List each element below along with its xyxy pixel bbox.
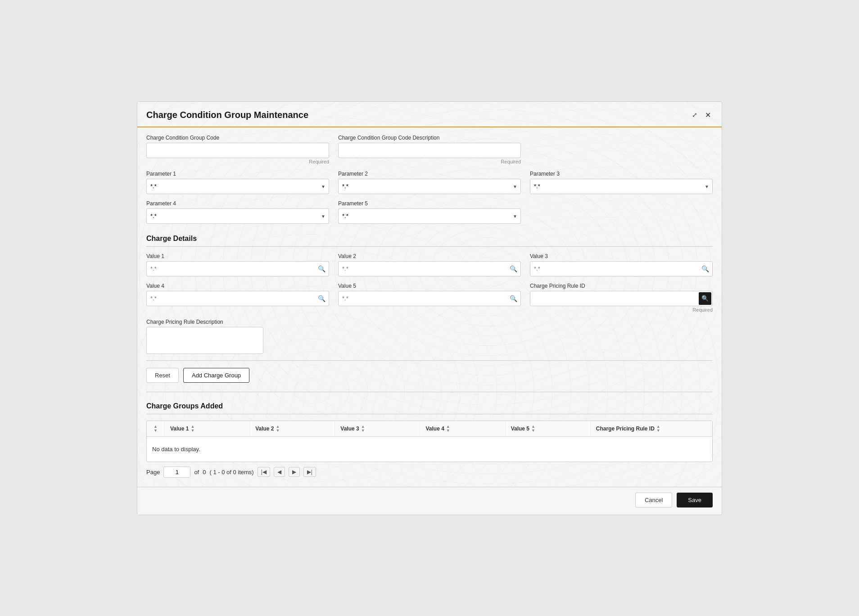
value3-sort-icon: ▲▼ [361,425,365,433]
value5-search-icon[interactable]: 🔍 [510,295,517,302]
expand-icon: ⤢ [692,111,697,118]
modal-body: Charge Condition Group Code Required Cha… [137,127,722,487]
reset-button[interactable]: Reset [146,368,179,383]
prev-page-button[interactable]: ◀ [274,467,285,477]
close-button[interactable]: ✕ [703,109,713,121]
next-page-button[interactable]: ▶ [289,467,300,477]
modal-footer: Cancel Save [137,487,722,515]
first-page-button[interactable]: |◀ [258,467,270,477]
param5-field: Parameter 5 *.* ▼ [338,200,521,224]
value2-field: Value 2 🔍 [338,253,521,276]
charge-condition-modal: Charge Condition Group Maintenance ⤢ ✕ C… [137,101,722,515]
add-charge-group-button[interactable]: Add Charge Group [183,368,249,383]
value2-label: Value 2 [338,253,521,259]
value1-search-wrapper: 🔍 [146,261,329,276]
value3-input[interactable] [530,261,713,276]
page-input[interactable] [163,467,190,478]
close-icon: ✕ [705,111,711,119]
value3-search-icon[interactable]: 🔍 [701,265,709,272]
value1-sort-icon: ▲▼ [190,425,194,433]
param2-label: Parameter 2 [338,171,521,177]
value5-label: Value 5 [338,283,521,289]
pricing-desc-input[interactable] [146,327,263,354]
value1-input[interactable] [146,261,329,276]
charge-pricing-rule-input[interactable] [530,291,713,306]
value3-search-wrapper: 🔍 [530,261,713,276]
form-row-values-45-pricing: Value 4 🔍 Value 5 🔍 Charge Pricing Rule … [146,283,713,313]
cancel-button[interactable]: Cancel [635,493,672,507]
sort-arrows-icon: ▲▼ [154,425,158,433]
value2-input[interactable] [338,261,521,276]
value5-sort-icon: ▲▼ [531,425,535,433]
no-data-message: No data to display. [152,442,707,456]
value4-input[interactable] [146,291,329,306]
table-body: No data to display. [147,437,712,462]
charge-groups-added-title: Charge Groups Added [146,398,713,414]
charge-pricing-rule-field: Charge Pricing Rule ID 🔍 Required [530,283,713,313]
param3-label: Parameter 3 [530,171,713,177]
group-code-desc-input[interactable] [338,143,521,158]
charge-pricing-search-wrapper: 🔍 [530,291,713,306]
value4-search-icon[interactable]: 🔍 [318,295,326,302]
group-code-desc-required: Required [338,159,521,164]
param4-select-wrapper: *.* ▼ [146,208,329,224]
th-sort[interactable]: ▲▼ [147,421,165,436]
charge-pricing-search-icon[interactable]: 🔍 [699,292,711,305]
value2-search-icon[interactable]: 🔍 [510,265,517,272]
value4-search-wrapper: 🔍 [146,291,329,306]
group-code-label: Charge Condition Group Code [146,135,329,141]
total-pages: 0 [203,469,206,476]
param2-select-wrapper: *.* ▼ [338,179,521,194]
form-row-group-code: Charge Condition Group Code Required Cha… [146,135,713,164]
value1-field: Value 1 🔍 [146,253,329,276]
th-value5[interactable]: Value 5 ▲▼ [506,421,591,436]
value4-field: Value 4 🔍 [146,283,329,306]
param2-select[interactable]: *.* [338,179,521,194]
expand-button[interactable]: ⤢ [690,109,699,121]
value1-label: Value 1 [146,253,329,259]
value3-field: Value 3 🔍 [530,253,713,276]
charge-pricing-sort-icon: ▲▼ [656,425,660,433]
value5-input[interactable] [338,291,521,306]
value4-label: Value 4 [146,283,329,289]
pagination-row: Page of 0 ( 1 - 0 of 0 items) |◀ ◀ ▶ ▶| [146,462,713,480]
param5-label: Parameter 5 [338,200,521,207]
group-code-required: Required [146,159,329,164]
param4-select[interactable]: *.* [146,208,329,224]
value4-sort-icon: ▲▼ [446,425,450,433]
form-row-pricing-desc: Charge Pricing Rule Description [146,319,713,354]
th-value2[interactable]: Value 2 ▲▼ [250,421,335,436]
page-label: Page [146,469,160,476]
param2-field: Parameter 2 *.* ▼ [338,171,521,194]
group-code-desc-field: Charge Condition Group Code Description … [338,135,521,164]
group-code-input[interactable] [146,143,329,158]
th-value1[interactable]: Value 1 ▲▼ [165,421,250,436]
form-row-params-45: Parameter 4 *.* ▼ Parameter 5 *.* ▼ [146,200,713,224]
param1-label: Parameter 1 [146,171,329,177]
value1-search-icon[interactable]: 🔍 [318,265,326,272]
modal-title: Charge Condition Group Maintenance [146,110,308,120]
last-page-button[interactable]: ▶| [303,467,316,477]
divider-1 [146,360,713,361]
header-actions: ⤢ ✕ [690,109,713,121]
th-value3[interactable]: Value 3 ▲▼ [335,421,420,436]
value3-label: Value 3 [530,253,713,259]
param4-label: Parameter 4 [146,200,329,207]
param1-select[interactable]: *.* [146,179,329,194]
param3-select[interactable]: *.* [530,179,713,194]
charge-details-title: Charge Details [146,230,713,247]
save-button[interactable]: Save [677,493,713,507]
of-label: of [194,469,199,476]
value5-search-wrapper: 🔍 [338,291,521,306]
value2-sort-icon: ▲▼ [276,425,280,433]
value5-field: Value 5 🔍 [338,283,521,306]
param3-field: Parameter 3 *.* ▼ [530,171,713,194]
pricing-desc-field: Charge Pricing Rule Description [146,319,268,354]
param5-select[interactable]: *.* [338,208,521,224]
th-charge-pricing-rule[interactable]: Charge Pricing Rule ID ▲▼ [591,421,712,436]
items-info: ( 1 - 0 of 0 items) [209,469,253,476]
form-row-values-123: Value 1 🔍 Value 2 🔍 Value 3 🔍 [146,253,713,276]
th-value4[interactable]: Value 4 ▲▼ [420,421,505,436]
charge-groups-table: ▲▼ Value 1 ▲▼ Value 2 ▲▼ Value 3 ▲▼ Valu… [146,421,713,462]
value2-search-wrapper: 🔍 [338,261,521,276]
